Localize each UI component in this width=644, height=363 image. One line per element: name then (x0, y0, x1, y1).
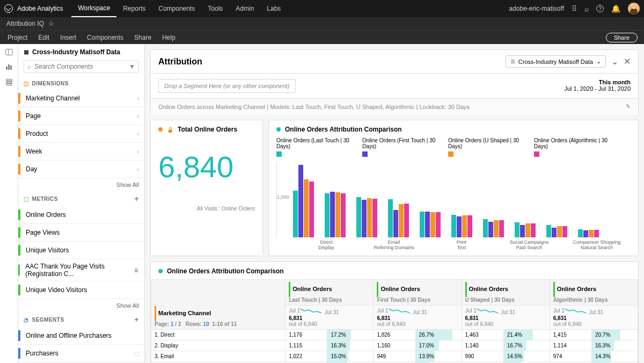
brand: Adobe Analytics (4, 4, 63, 13)
menu-edit[interactable]: Edit (33, 34, 55, 41)
panel-dropzone-row: Drop a Segment Here (or any other compon… (150, 74, 639, 99)
filter-icon[interactable]: ▼ (129, 63, 135, 70)
panels-icon[interactable] (5, 48, 13, 56)
y-axis-tick: 1,000 (277, 194, 289, 200)
chevron-down-icon: ⌄ (596, 58, 601, 65)
nav-components[interactable]: Components (152, 0, 201, 17)
nav-admin[interactable]: Admin (229, 0, 260, 17)
menu-share[interactable]: Share (129, 34, 157, 41)
kpi-total-orders[interactable]: 🔒Total Online Orders 6,840 All Visits : … (150, 120, 263, 256)
met-online-orders[interactable]: Online Orders (18, 206, 144, 224)
menu-help[interactable]: Help (157, 34, 181, 41)
left-icon-rail (0, 44, 18, 363)
search-components[interactable]: ⌕ ▼ (24, 60, 139, 73)
database-icon: ≣ (24, 48, 29, 56)
dim-marketing-channel[interactable]: Marketing Channel› (18, 90, 144, 107)
bell-icon[interactable]: 🔔 (611, 4, 620, 13)
met-unique-visitors[interactable]: Unique Visitors (18, 242, 144, 259)
legend-swatch (534, 151, 539, 157)
visualizations-icon[interactable] (5, 63, 13, 71)
nav-reports[interactable]: Reports (116, 0, 152, 17)
components-icon[interactable] (5, 78, 13, 86)
table-row: 3. Email1,02215.0%94913.9%99014.5%97414.… (151, 351, 638, 362)
lock-icon: 🔒 (167, 127, 173, 133)
dim-day[interactable]: Day› (18, 161, 144, 178)
menu-project[interactable]: Project (2, 34, 33, 41)
segments-header: ◔ SEGMENTS + (18, 312, 144, 327)
nav-tools[interactable]: Tools (201, 0, 229, 17)
metrics-header: ⬚ METRICS + (18, 191, 144, 206)
search-icon: ⌕ (27, 63, 31, 70)
viz-dot-icon (158, 269, 163, 273)
apps-icon[interactable]: ⠿ (572, 4, 577, 13)
dim-page[interactable]: Page› (18, 107, 144, 125)
kpi-value: 6,840 (158, 149, 255, 184)
dim-week[interactable]: Week› (18, 143, 144, 161)
search-icon[interactable]: ⌕ (584, 4, 589, 13)
x-axis-row2: DisplayReferring DomainsTextPaid SearchN… (276, 245, 631, 250)
report-suite-selector[interactable]: ≣ Cross-Industry Matisoff Data ⌄ (506, 55, 606, 68)
help-icon[interactable]: ? (596, 5, 604, 12)
calc-metric-icon: 🖩 (134, 267, 139, 273)
legend-swatch (448, 151, 453, 157)
dim-product[interactable]: Product› (18, 125, 144, 143)
chevron-down-icon[interactable]: ⌄ (611, 56, 618, 67)
table-row: 1. Direct1,17617.2%1,82626.7%1,46321.4%1… (151, 330, 638, 340)
database-icon: ≣ (510, 58, 515, 65)
dataset-header[interactable]: ≣ Cross-Industry Matisoff Data (18, 44, 144, 60)
dimensions-icon: ◫ (24, 81, 29, 86)
attribution-comparison-table[interactable]: Online Orders Attribution Comparison Mar… (150, 262, 639, 363)
met-aac[interactable]: AAC Thank You Page Visits (Registration … (18, 259, 144, 281)
close-icon[interactable]: ✕ (624, 56, 631, 67)
project-menubar: Project Edit Insert Components Share Hel… (0, 30, 644, 44)
workspace-canvas: Attribution ≣ Cross-Industry Matisoff Da… (145, 44, 644, 363)
chevron-right-icon: › (137, 166, 139, 172)
chart-plot-area: 1,000 (276, 162, 631, 237)
user-name: adobe-eric-matisoff (509, 5, 565, 12)
date-range-picker[interactable]: This month Jul 1, 2020 - Jul 31, 2020 (564, 79, 631, 92)
seg-purchasers[interactable]: Purchasers⬚ (18, 345, 144, 362)
app-name: Adobe Analytics (17, 5, 63, 12)
nav-labs[interactable]: Labs (260, 0, 287, 17)
x-axis-row1: DirectEmailPrintSocial CampaignsComparis… (276, 239, 631, 245)
components-sidebar: ≣ Cross-Industry Matisoff Data ⌕ ▼ ◫ DIM… (18, 44, 145, 363)
chart-legend: Online Orders (Last Touch | 30 Days) Onl… (276, 137, 631, 157)
seg-online-offline[interactable]: Online and Offline Purchasers (18, 327, 144, 345)
chevron-right-icon: › (137, 131, 139, 137)
kpi-subtitle: All Visits : Online Orders (158, 206, 255, 212)
share-button[interactable]: Share (606, 33, 638, 42)
viz-dot-icon (276, 127, 281, 132)
panel-header: Attribution ≣ Cross-Industry Matisoff Da… (150, 49, 639, 74)
met-unique-video[interactable]: Unique Video Visitors (18, 281, 144, 299)
add-metric-icon[interactable]: + (134, 194, 139, 203)
menu-insert[interactable]: Insert (55, 34, 82, 41)
chevron-right-icon: › (137, 149, 139, 155)
dataset-name: Cross-Industry Matisoff Data (32, 48, 120, 56)
freeform-table: Marketing ChannelPage: 1 / 2 Rows: 10 1-… (151, 279, 638, 363)
segments-icon: ◔ (24, 317, 29, 323)
project-title: Attribution IQ (6, 20, 44, 27)
legend-swatch (362, 151, 368, 157)
metrics-show-all[interactable]: Show All (18, 299, 144, 312)
dimensions-header: ◫ DIMENSIONS (18, 77, 144, 90)
project-title-bar: Attribution IQ ☆ (0, 17, 644, 30)
table-row: 2. Display1,11516.3%1,16017.0%1,14016.7%… (151, 340, 638, 351)
metrics-icon: ⬚ (24, 196, 29, 202)
legend-swatch (276, 151, 282, 157)
shared-segment-icon: ⬚ (134, 351, 139, 357)
attribution-comparison-chart[interactable]: Online Orders Attribution Comparison Onl… (268, 120, 639, 256)
global-header: Adobe Analytics Workspace Reports Compon… (0, 0, 644, 17)
avatar[interactable] (628, 3, 640, 14)
segment-dropzone[interactable]: Drop a Segment Here (or any other compon… (158, 79, 296, 93)
search-input[interactable] (34, 63, 126, 70)
menu-components[interactable]: Components (82, 34, 129, 41)
dimensions-show-all[interactable]: Show All (18, 178, 144, 191)
edit-icon[interactable]: ✎ (626, 103, 631, 110)
add-segment-icon[interactable]: + (134, 315, 139, 324)
adobe-logo-icon (4, 4, 13, 13)
chevron-right-icon: › (137, 96, 139, 101)
panel-description: Online Orders across Marketing Channel |… (150, 99, 639, 114)
met-page-views[interactable]: Page Views (18, 224, 144, 242)
favorite-star-icon[interactable]: ☆ (48, 20, 54, 27)
nav-workspace[interactable]: Workspace (71, 0, 116, 17)
